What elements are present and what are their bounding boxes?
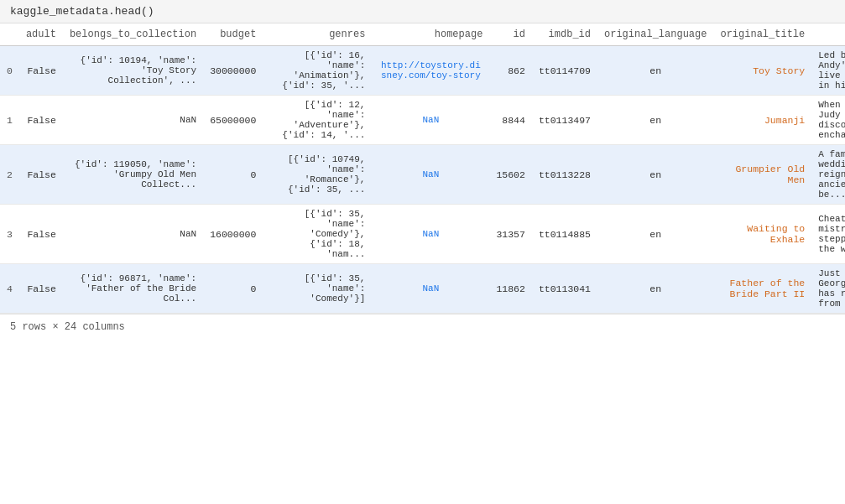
col-index: [0, 23, 19, 46]
code-text: kaggle_metadata.head(): [10, 5, 154, 18]
table-cell: False: [19, 145, 63, 205]
col-id: id: [489, 23, 532, 46]
table-row: 4False{'id': 96871, 'name': 'Father of t…: [0, 264, 845, 314]
table-cell: tt0114885: [532, 205, 597, 264]
table-cell: Cheated on, mistreated and stepped on, t…: [811, 205, 845, 264]
table-cell: False: [19, 264, 63, 314]
col-homepage: homepage: [372, 23, 489, 46]
col-imdb: imdb_id: [532, 23, 597, 46]
table-cell: [{'id': 12, 'name': 'Adventure'}, {'id':…: [263, 96, 372, 145]
table-cell: tt0113497: [532, 96, 597, 145]
table-cell: {'id': 119050, 'name': 'Grumpy Old Men C…: [63, 145, 203, 205]
col-genres: genres: [263, 23, 372, 46]
table-cell: [{'id': 35, 'name': 'Comedy'}, {'id': 18…: [263, 205, 372, 264]
col-overview: overview: [811, 23, 845, 46]
table-cell: en: [597, 145, 713, 205]
table-cell: 1: [0, 96, 19, 145]
table-cell: 65000000: [203, 96, 263, 145]
table-cell: http://toystory.disney.com/toy-story: [372, 46, 489, 96]
table-cell: False: [19, 46, 63, 96]
table-cell: When siblings Judy and Peter discover an…: [811, 96, 845, 145]
table-cell: en: [597, 264, 713, 314]
col-title: original_title: [713, 23, 811, 46]
table-cell: Father of the Bride Part II: [713, 264, 811, 314]
col-budget: budget: [203, 23, 263, 46]
dataframe-table: adult belongs_to_collection budget genre…: [0, 23, 845, 314]
footer: 5 rows × 24 columns: [0, 314, 845, 340]
table-cell: A family wedding reignites the ancient f…: [811, 145, 845, 205]
table-cell: 4: [0, 264, 19, 314]
table-cell: Jumanji: [713, 96, 811, 145]
table-body: 0False{'id': 10194, 'name': 'Toy Story C…: [0, 46, 845, 314]
table-cell: 11862: [489, 264, 532, 314]
table-cell: en: [597, 205, 713, 264]
table-cell: Grumpier Old Men: [713, 145, 811, 205]
table-cell: 0: [203, 264, 263, 314]
table-row: 3FalseNaN16000000[{'id': 35, 'name': 'Co…: [0, 205, 845, 264]
table-cell: 30000000: [203, 46, 263, 96]
table-cell: {'id': 10194, 'name': 'Toy Story Collect…: [63, 46, 203, 96]
table-cell: {'id': 96871, 'name': 'Father of the Bri…: [63, 264, 203, 314]
table-cell: NaN: [63, 96, 203, 145]
table-cell: tt0113228: [532, 145, 597, 205]
table-cell: [{'id': 35, 'name': 'Comedy'}]: [263, 264, 372, 314]
table-row: 1FalseNaN65000000[{'id': 12, 'name': 'Ad…: [0, 96, 845, 145]
table-cell: 2: [0, 145, 19, 205]
col-collection: belongs_to_collection: [63, 23, 203, 46]
table-cell: False: [19, 96, 63, 145]
table-cell: Led by Woody, Andy's toys live happily i…: [811, 46, 845, 96]
table-cell: NaN: [63, 205, 203, 264]
table-cell: Toy Story: [713, 46, 811, 96]
table-cell: [{'id': 16, 'name': 'Animation'}, {'id':…: [263, 46, 372, 96]
table-cell: 862: [489, 46, 532, 96]
table-cell: NaN: [372, 96, 489, 145]
table-cell: 16000000: [203, 205, 263, 264]
row-count: 5 rows × 24 columns: [10, 321, 125, 333]
table-cell: Just when George Banks has recovered fro…: [811, 264, 845, 314]
table-cell: [{'id': 10749, 'name': 'Romance'}, {'id'…: [263, 145, 372, 205]
table-cell: 8844: [489, 96, 532, 145]
table-cell: Waiting to Exhale: [713, 205, 811, 264]
table-cell: NaN: [372, 145, 489, 205]
table-cell: 0: [0, 46, 19, 96]
table-cell: NaN: [372, 264, 489, 314]
table-cell: tt0114709: [532, 46, 597, 96]
table-cell: tt0113041: [532, 264, 597, 314]
table-cell: 15602: [489, 145, 532, 205]
table-cell: False: [19, 205, 63, 264]
table-cell: 3: [0, 205, 19, 264]
table-cell: en: [597, 96, 713, 145]
table-cell: 0: [203, 145, 263, 205]
table-cell: 31357: [489, 205, 532, 264]
dataframe-container: adult belongs_to_collection budget genre…: [0, 23, 845, 314]
col-lang: original_language: [597, 23, 713, 46]
table-cell: en: [597, 46, 713, 96]
header-row: adult belongs_to_collection budget genre…: [0, 23, 845, 46]
table-row: 0False{'id': 10194, 'name': 'Toy Story C…: [0, 46, 845, 96]
table-cell: NaN: [372, 205, 489, 264]
table-row: 2False{'id': 119050, 'name': 'Grumpy Old…: [0, 145, 845, 205]
col-adult: adult: [19, 23, 63, 46]
code-bar: kaggle_metadata.head(): [0, 0, 845, 23]
